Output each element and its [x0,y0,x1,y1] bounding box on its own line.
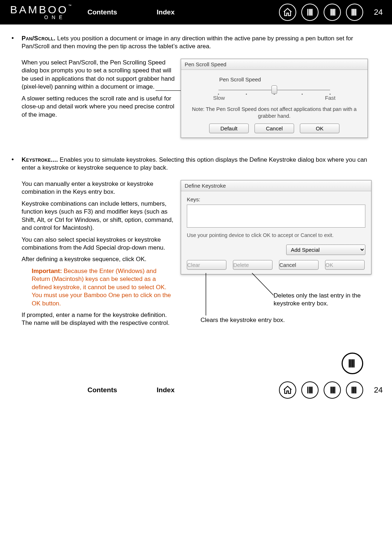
dk-ok-button[interactable]: OK [325,260,365,270]
page-number-top: 24 [371,8,386,17]
keystroke-p5: If prompted, enter a name for the keystr… [22,311,176,327]
header-nav-icons [279,4,363,21]
page-content: Pan/Scroll. Lets you position a document… [0,24,392,378]
trademark: ™ [68,4,72,8]
pan-scroll-lead: Pan/Scroll. Lets you position a document… [22,35,378,51]
footer-nav-icons [279,381,363,399]
keystroke-p4: After defining a keystroke sequence, cli… [22,255,176,263]
dk-cancel-button[interactable]: Cancel [279,260,319,270]
footer-links: Contents Index [87,386,175,394]
dk-add-special-dropdown[interactable]: Add Special [286,245,365,255]
first-page-icon-footer[interactable] [301,381,319,399]
svg-line-1 [252,273,274,295]
index-link-footer[interactable]: Index [157,386,175,394]
brand-name: BAMBOO [10,4,68,15]
contents-link-footer[interactable]: Contents [87,386,117,394]
next-page-icon[interactable] [346,4,363,21]
keystroke-heading: Keystroke.... [22,156,58,163]
first-page-icon[interactable] [301,4,319,21]
dk-delete-button[interactable]: Delete [233,260,272,270]
define-keystroke-dialog: Define Keystroke Keys: Use your pointing… [181,180,371,274]
big-next-container [7,349,378,374]
keystroke-p1: You can manually enter a keystroke or ke… [22,180,176,196]
pan-scroll-p1: When you select Pan/Scroll, the Pen Scro… [22,59,176,91]
pss-note: Note: The Pen Scroll Speed does not affe… [187,106,362,120]
page-number-bottom: 24 [371,385,386,395]
next-page-icon-footer[interactable] [346,381,363,399]
product-logo: BAMBOO™ ONE [10,4,77,20]
callout-clear: Clears the keystroke entry box. [200,316,326,324]
contents-link[interactable]: Contents [87,8,117,16]
previous-page-icon[interactable] [324,4,341,21]
keystroke-p3: You can also select special keystrokes o… [22,236,176,252]
pss-cancel-button[interactable]: Cancel [254,124,294,133]
pan-scroll-lead-text: Lets you position a document or image in… [22,35,353,50]
pss-titlebar: Pen Scroll Speed [181,59,368,70]
section-keystroke: Keystroke.... Enables you to simulate ke… [7,156,378,331]
previous-page-icon-footer[interactable] [324,381,341,399]
callout-delete: Deletes only the last entry in the keyst… [274,292,374,308]
header-links: Contents Index [87,8,175,16]
pss-slider-thumb[interactable] [271,85,277,94]
dk-titlebar: Define Keystroke [181,180,371,191]
important-label: Important: [32,268,62,274]
dk-keys-input[interactable] [187,205,365,228]
index-link[interactable]: Index [157,8,175,16]
dk-hint: Use your pointing device to click OK to … [187,232,365,238]
keystroke-lead: Keystroke.... Enables you to simulate ke… [22,156,378,172]
section-pan-scroll: Pan/Scroll. Lets you position a document… [7,35,378,138]
keystroke-p2: Keystroke combinations can include lette… [22,200,176,232]
pan-scroll-description: When you select Pan/Scroll, the Pen Scro… [22,59,176,138]
pss-slider[interactable]: • • • • • [218,85,330,85]
pen-scroll-speed-dialog: Pen Scroll Speed Pen Scroll Speed • • • … [181,59,368,138]
pss-ok-button[interactable]: OK [300,124,339,133]
dk-keys-label: Keys: [187,196,365,202]
pan-scroll-heading: Pan/Scroll. [22,35,55,42]
keystroke-description: You can manually enter a keystroke or ke… [22,180,176,331]
pss-default-button[interactable]: Default [209,124,249,133]
keystroke-important: Important: Because the Enter (Windows) a… [22,267,176,308]
callout-leader-line [156,90,181,91]
footer-bar: X Contents Index 24 [0,378,392,402]
home-icon[interactable] [279,4,296,21]
big-next-page-icon[interactable] [342,353,363,374]
pss-label: Pen Scroll Speed [219,76,362,82]
home-icon-footer[interactable] [279,381,296,399]
keystroke-lead-text: Enables you to simulate keystrokes. Sele… [22,156,367,171]
pan-scroll-p2: A slower setting reduces the scroll rate… [22,95,176,119]
dk-clear-button[interactable]: Clear [187,260,226,270]
dk-callouts: Deletes only the last entry in the keyst… [181,273,378,327]
header-bar: BAMBOO™ ONE Contents Index 24 [0,0,392,24]
